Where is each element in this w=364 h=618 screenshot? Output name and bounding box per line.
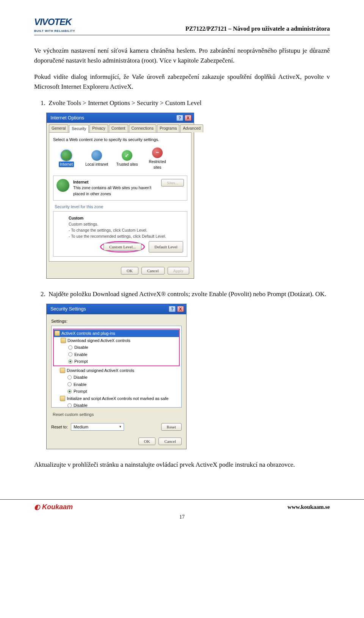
- page-footer: ◐ Koukaam www.koukaam.se: [0, 499, 364, 512]
- zone-local-intranet[interactable]: Local intranet: [84, 150, 109, 167]
- sites-button[interactable]: Sites...: [161, 179, 184, 187]
- ok-button[interactable]: OK: [121, 267, 138, 274]
- globe-icon: [61, 150, 72, 161]
- tab-content[interactable]: Content: [109, 124, 128, 132]
- dialog-title: Security Settings: [50, 306, 86, 313]
- custom-line2: - To use the recommended settings, click…: [69, 234, 166, 238]
- radio-enable[interactable]: Enable: [54, 351, 179, 358]
- gear-icon: [60, 368, 65, 373]
- reset-button[interactable]: Reset: [161, 423, 182, 431]
- radio-disable[interactable]: Disable: [53, 402, 180, 408]
- tree-activex-root[interactable]: ActiveX controls and plug-ins: [54, 330, 179, 337]
- tree-download-signed[interactable]: Download signed ActiveX controls: [54, 337, 179, 344]
- dialog-title: Internet Options: [50, 115, 84, 122]
- page-header: VIVOTEK BUILT WITH RELIABILITY PZ7122/PZ…: [34, 15, 330, 35]
- custom-level-button[interactable]: Custom Level...: [104, 243, 141, 251]
- tab-connections[interactable]: Connections: [129, 124, 156, 132]
- security-level-label: Security level for this zone: [55, 204, 187, 210]
- tree-download-unsigned[interactable]: Download unsigned ActiveX controls: [53, 367, 180, 374]
- custom-title: Custom: [69, 216, 83, 220]
- tab-security[interactable]: Security: [69, 125, 89, 133]
- radio-enable[interactable]: Enable: [53, 381, 180, 388]
- radio-prompt[interactable]: Prompt: [53, 388, 180, 395]
- apply-button[interactable]: Apply: [168, 267, 190, 274]
- help-icon[interactable]: ?: [169, 306, 176, 312]
- tab-general[interactable]: General: [49, 124, 68, 132]
- page-number: 17: [0, 513, 364, 521]
- outro-paragraph: Aktualizujte v prohlížeči stránku a nain…: [34, 460, 330, 470]
- tab-programs[interactable]: Programs: [157, 124, 180, 132]
- reset-section-label: Reset custom settings: [53, 411, 182, 418]
- custom-sub: Custom settings.: [69, 222, 98, 226]
- radio-disable[interactable]: Disable: [53, 374, 180, 381]
- ok-button[interactable]: OK: [138, 438, 156, 445]
- close-icon[interactable]: X: [177, 306, 184, 312]
- tree-init-script[interactable]: Initialize and script ActiveX controls n…: [53, 395, 180, 402]
- logo-tagline: BUILT WITH RELIABILITY: [34, 29, 75, 33]
- tab-bar: General Security Privacy Content Connect…: [47, 123, 194, 132]
- intranet-icon: [91, 150, 102, 161]
- zone-restricted[interactable]: Restricted sites: [145, 147, 170, 170]
- highlight-circle: Custom Level...: [100, 241, 145, 253]
- koukaam-logo: ◐ Koukaam: [34, 502, 73, 512]
- reset-select[interactable]: Medium: [71, 423, 124, 431]
- help-icon[interactable]: ?: [176, 115, 183, 121]
- zone-internet[interactable]: Internet: [54, 150, 79, 167]
- step-2: Najděte položku Download signed ActiveX®…: [47, 289, 330, 299]
- gear-icon: [61, 338, 66, 343]
- intro-paragraph-2: Pokud vidíte dialog informující, že Vaše…: [34, 72, 330, 91]
- radio-prompt[interactable]: Prompt: [54, 358, 179, 365]
- intro-paragraph-1: Ve výchozím nastavení není síťová kamera…: [34, 46, 330, 65]
- zone-trusted[interactable]: Trusted sites: [115, 150, 140, 167]
- cancel-button[interactable]: Cancel: [141, 267, 165, 274]
- zone-prompt-text: Select a Web content zone to specify its…: [53, 136, 187, 143]
- internet-options-dialog: Internet Options ? X General Security Pr…: [46, 113, 194, 279]
- zone-info-desc: This zone contains all Web sites you hav…: [73, 185, 151, 196]
- gear-icon: [55, 331, 60, 336]
- step-1: Zvolte Tools > Internet Options > Securi…: [47, 98, 330, 108]
- reset-to-label: Reset to:: [51, 424, 68, 430]
- logo-text: VIVOTEK: [34, 15, 75, 29]
- cancel-button[interactable]: Cancel: [158, 438, 182, 445]
- minus-icon: [152, 147, 163, 158]
- dialog-titlebar[interactable]: Security Settings ? X: [47, 304, 186, 314]
- gear-icon: [60, 396, 65, 401]
- zone-info-title: Internet: [73, 180, 88, 184]
- default-level-button[interactable]: Default Level: [149, 241, 183, 253]
- globe-large-icon: [56, 179, 69, 192]
- document-title: PZ7122/PZ7121 – Návod pro uživatele a ad…: [185, 24, 330, 33]
- check-icon: [122, 150, 132, 161]
- vivotek-logo: VIVOTEK BUILT WITH RELIABILITY: [34, 15, 75, 33]
- footer-url: www.koukaam.se: [287, 503, 330, 511]
- settings-label: Settings:: [51, 318, 182, 325]
- tab-advanced[interactable]: Advanced: [180, 124, 203, 132]
- radio-disable[interactable]: Disable: [54, 344, 179, 351]
- dialog-titlebar[interactable]: Internet Options ? X: [47, 113, 194, 123]
- custom-line1: - To change the settings, click Custom L…: [69, 228, 147, 232]
- highlight-box: ActiveX controls and plug-ins Download s…: [53, 329, 180, 366]
- settings-tree[interactable]: ActiveX controls and plug-ins Download s…: [51, 326, 182, 408]
- tab-privacy[interactable]: Privacy: [89, 124, 108, 132]
- close-icon[interactable]: X: [185, 115, 191, 121]
- security-settings-dialog: Security Settings ? X Settings: ActiveX …: [46, 304, 187, 449]
